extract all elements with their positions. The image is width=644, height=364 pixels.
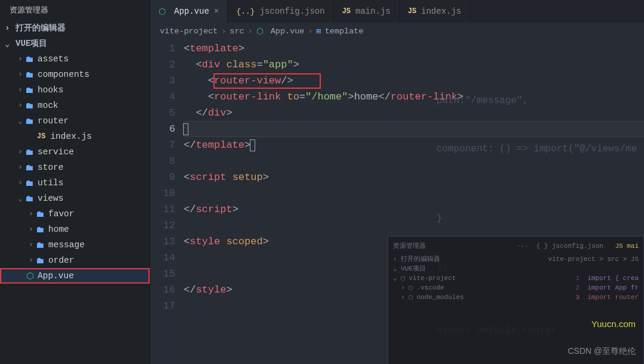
chevron-icon: › xyxy=(26,256,36,265)
line-numbers: 1234567891011121314151617 xyxy=(150,39,184,364)
folder-icon: 🖿 xyxy=(25,147,34,157)
tree-item-message[interactable]: ›🖿message xyxy=(0,237,150,253)
tree-item-assets[interactable]: ›🖿assets xyxy=(0,51,150,67)
vue-icon: ⬡ xyxy=(256,26,264,36)
tab-label: App.vue xyxy=(174,7,209,16)
project-section[interactable]: ⌄ VUE项目 xyxy=(0,36,150,51)
folder-icon: 🖿 xyxy=(25,54,34,64)
editor-main: ⬡App.vue×{..}jsconfig.jsonJSmain.jsJSind… xyxy=(150,0,644,364)
line-number: 7 xyxy=(150,137,175,153)
tab-main-js[interactable]: JSmain.js xyxy=(334,0,400,23)
folder-icon: 🖿 xyxy=(36,209,45,219)
line-number: 4 xyxy=(150,89,175,105)
tree-item-views[interactable]: ⌄🖿views xyxy=(0,191,150,206)
tree-item-hooks[interactable]: ›🖿hooks xyxy=(0,82,150,98)
code-line[interactable]: </template> xyxy=(184,137,644,153)
js-icon: JS xyxy=(342,7,351,15)
chevron-down-icon: ⌄ xyxy=(5,39,13,49)
code-editor[interactable]: 1234567891011121314151617 <template> <di… xyxy=(150,39,644,364)
csdn-attribution: CSDN @至尊绝伦 xyxy=(568,343,636,359)
tree-label: message xyxy=(48,240,85,250)
chevron-icon: › xyxy=(26,210,36,218)
line-number: 6 xyxy=(150,121,175,137)
line-number: 3 xyxy=(150,73,175,89)
line-number: 10 xyxy=(150,185,175,201)
tree-item-router[interactable]: ⌄🖿router xyxy=(0,113,150,129)
tree-label: store xyxy=(38,163,64,172)
line-number: 5 xyxy=(150,105,175,121)
explorer-sidebar: 资源管理器 › 打开的编辑器 ⌄ VUE项目 ›🖿assets›🖿compone… xyxy=(0,0,150,364)
tree-item-store[interactable]: ›🖿store xyxy=(0,160,150,175)
chevron-icon: › xyxy=(16,86,25,94)
tab-App-vue[interactable]: ⬡App.vue× xyxy=(150,0,228,23)
folder-icon: 🖿 xyxy=(36,256,45,266)
tree-item-App-vue[interactable]: ⬡App.vue xyxy=(0,268,150,284)
line-number: 8 xyxy=(150,153,175,169)
tree-item-components[interactable]: ›🖿components xyxy=(0,67,150,82)
tree-item-mock[interactable]: ›🖿mock xyxy=(0,98,150,113)
chevron-icon: ⌄ xyxy=(16,194,25,203)
chevron-icon: › xyxy=(16,148,25,156)
folder-icon: 🖿 xyxy=(25,194,34,204)
tree-label: assets xyxy=(38,54,69,64)
line-number: 13 xyxy=(150,234,175,250)
line-number: 16 xyxy=(150,282,175,298)
line-number: 12 xyxy=(150,217,175,234)
breadcrumb[interactable]: vite-project › src › ⬡ App.vue › ⊞ templ… xyxy=(150,23,644,39)
vue-icon: ⬡ xyxy=(159,7,166,17)
tree-label: index.js xyxy=(50,132,92,141)
js-icon: JS xyxy=(408,7,416,15)
folder-icon: 🖿 xyxy=(36,225,45,235)
chevron-icon: › xyxy=(26,241,36,249)
tab-index-js[interactable]: JSindex.js xyxy=(400,0,470,23)
code-line[interactable]: <template> xyxy=(184,41,644,57)
tree-item-home[interactable]: ›🖿home xyxy=(0,222,150,237)
chevron-icon: › xyxy=(221,27,226,36)
code-line[interactable]: <div class="app"> xyxy=(184,57,644,73)
folder-icon: 🖿 xyxy=(25,178,34,188)
chevron-icon: › xyxy=(16,179,25,187)
code-line[interactable] xyxy=(184,153,644,169)
chevron-icon: › xyxy=(308,27,312,36)
line-number: 9 xyxy=(150,169,175,185)
tree-label: home xyxy=(48,225,69,234)
template-icon: ⊞ xyxy=(317,26,321,36)
tree-item-utils[interactable]: ›🖿utils xyxy=(0,175,150,191)
chevron-icon: › xyxy=(16,101,25,110)
chevron-icon: › xyxy=(16,70,25,79)
tab-label: jsconfig.json xyxy=(259,7,324,16)
chevron-icon: › xyxy=(16,163,25,172)
code-line[interactable] xyxy=(184,185,644,201)
code-line[interactable]: </script> xyxy=(184,201,644,217)
folder-icon: 🖿 xyxy=(25,85,34,95)
open-editors-section[interactable]: › 打开的编辑器 xyxy=(0,20,150,36)
chevron-icon: › xyxy=(248,27,253,36)
tree-label: order xyxy=(48,256,75,265)
chevron-icon: ⌄ xyxy=(16,117,25,126)
tree-item-favor[interactable]: ›🖿favor xyxy=(0,206,150,222)
vue-icon: ⬡ xyxy=(26,271,34,281)
code-line[interactable] xyxy=(184,217,644,234)
folder-icon: 🖿 xyxy=(25,116,34,126)
line-number: 17 xyxy=(150,298,175,314)
code-line[interactable]: <router-view/> xyxy=(184,73,644,89)
tab-label: index.js xyxy=(421,7,461,16)
line-number: 14 xyxy=(150,250,175,266)
line-number: 1 xyxy=(150,41,175,57)
tab-jsconfig-json[interactable]: {..}jsconfig.json xyxy=(228,0,333,23)
tree-label: favor xyxy=(48,209,75,219)
folder-icon: 🖿 xyxy=(25,70,34,80)
tree-label: components xyxy=(38,70,89,79)
code-line[interactable]: <script setup> xyxy=(184,169,644,185)
line-number: 15 xyxy=(150,266,175,282)
code-line[interactable]: <router-link to="/home">home</router-lin… xyxy=(184,89,644,105)
code-line[interactable]: </div> xyxy=(184,105,644,121)
close-icon[interactable]: × xyxy=(214,7,219,16)
tree-label: service xyxy=(38,147,74,157)
tab-bar: ⬡App.vue×{..}jsconfig.jsonJSmain.jsJSind… xyxy=(150,0,644,23)
tree-item-service[interactable]: ›🖿service xyxy=(0,144,150,160)
tree-item-index-js[interactable]: JSindex.js xyxy=(0,129,150,144)
tree-item-order[interactable]: ›🖿order xyxy=(0,253,150,268)
file-tree: ›🖿assets›🖿components›🖿hooks›🖿mock⌄🖿route… xyxy=(0,51,150,364)
tree-label: views xyxy=(38,194,64,203)
